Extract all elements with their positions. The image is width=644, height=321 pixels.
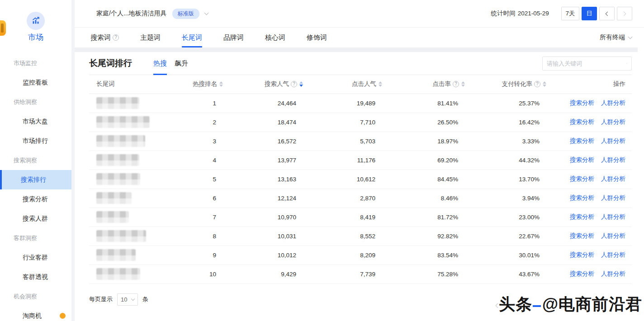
keyword-search-input[interactable] (547, 60, 626, 67)
sort-control[interactable] (543, 81, 546, 87)
action-audience-analysis[interactable]: 人群分析 (601, 251, 625, 259)
action-links: 搜索分析人群分析 (540, 194, 625, 202)
search-icon[interactable] (626, 60, 627, 67)
pay-conversion-cell: 23.00% (458, 208, 540, 227)
actions-cell: 搜索分析人群分析 (540, 132, 632, 151)
action-audience-analysis[interactable]: 人群分析 (601, 99, 625, 107)
per-page-value: 10 (121, 296, 127, 303)
search-popularity-cell: 18,474 (216, 113, 296, 132)
sidebar-item-market-ranking[interactable]: 市场排行 (0, 131, 71, 151)
action-links: 搜索分析人群分析 (540, 251, 625, 259)
click-popularity-cell: 7,739 (296, 264, 375, 283)
sort-asc-icon (299, 81, 303, 84)
sidebar-menu: 市场监控监控看板供给洞察市场大盘市场排行搜索洞察搜索排行搜索分析搜索人群客群洞察… (0, 53, 71, 321)
subtab-soaring[interactable]: 飙升 (175, 52, 188, 75)
help-icon[interactable]: ? (291, 81, 297, 87)
sidebar-item-customer-perspective[interactable]: 客群透视 (0, 267, 71, 287)
prev-date-button[interactable] (599, 7, 615, 20)
rank-cell: 9 (166, 245, 216, 264)
sort-control[interactable] (299, 81, 303, 87)
action-search-analysis[interactable]: 搜索分析 (570, 213, 594, 221)
menu-label: 行业客群 (23, 254, 48, 262)
tab-core-words[interactable]: 核心词 (265, 28, 285, 47)
sidebar-item-market-overview[interactable]: 市场大盘 (0, 112, 71, 131)
range-day-button[interactable]: 日 (582, 7, 597, 20)
click-rate-cell: 83.54% (375, 245, 458, 264)
sidebar-item-search-audience[interactable]: 搜索人群 (0, 209, 71, 228)
word-type-tabbar: 搜索词?主题词长尾词品牌词核心词修饰词 所有终端 (75, 28, 644, 47)
sidebar-item-monitor-dashboard[interactable]: 监控看板 (0, 73, 71, 92)
tab-modifier-words[interactable]: 修饰词 (307, 28, 327, 47)
menu-label: 市场大盘 (23, 118, 48, 126)
action-audience-analysis[interactable]: 人群分析 (601, 194, 625, 202)
click-rate-cell: 18.97% (375, 132, 458, 151)
action-search-analysis[interactable]: 搜索分析 (570, 251, 594, 259)
stat-date: 2021-05-29 (518, 10, 549, 17)
action-search-analysis[interactable]: 搜索分析 (570, 270, 594, 278)
action-search-analysis[interactable]: 搜索分析 (570, 232, 594, 240)
keyword-cell (89, 189, 166, 208)
action-audience-analysis[interactable]: 人群分析 (601, 232, 625, 240)
topbar: 家庭/个人...地板清洁用具 标准版 统计时间2021-05-29 7天日 (75, 0, 644, 28)
watermark-text-left: 头条 (499, 293, 532, 316)
action-audience-analysis[interactable]: 人群分析 (601, 118, 625, 126)
category-selector[interactable]: 家庭/个人...地板清洁用具 标准版 (96, 9, 208, 19)
table-row: 316,5725,70318.97%3.33%搜索分析人群分析 (89, 132, 632, 151)
pagination-prev-ghost[interactable]: ‹ (495, 299, 499, 311)
rank-cell: 4 (166, 151, 216, 170)
actions-cell: 搜索分析人群分析 (540, 227, 632, 245)
help-icon[interactable]: ? (453, 81, 459, 87)
sidebar-item-industry-customers[interactable]: 行业客群 (0, 248, 71, 267)
feedback-edge-tab[interactable] (0, 20, 6, 36)
tab-long-tail-words[interactable]: 长尾词 (182, 28, 202, 47)
subtab-hot-search[interactable]: 热搜 (153, 52, 167, 75)
range-7d-button[interactable]: 7天 (561, 7, 579, 20)
sidebar-item-search-analysis[interactable]: 搜索分析 (0, 189, 71, 209)
stat-time: 统计时间2021-05-29 (491, 9, 549, 18)
app-label[interactable]: 市场 (0, 32, 71, 42)
action-audience-analysis[interactable]: 人群分析 (601, 270, 625, 278)
table-row: 513,16310,61284.45%13.70%搜索分析人群分析 (89, 170, 632, 189)
tab-label: 修饰词 (307, 33, 327, 42)
sidebar-item-tao-opportunity[interactable]: 淘商机 (0, 306, 71, 321)
action-audience-analysis[interactable]: 人群分析 (601, 213, 625, 221)
per-page-label: 每页显示 (89, 295, 113, 303)
sidebar: 市场 市场监控监控看板供给洞察市场大盘市场排行搜索洞察搜索排行搜索分析搜索人群客… (0, 0, 71, 321)
menu-label: 市场监控 (14, 59, 37, 67)
help-icon[interactable]: ? (534, 81, 540, 87)
action-audience-analysis[interactable]: 人群分析 (601, 156, 625, 164)
help-icon[interactable]: ? (113, 34, 119, 41)
sort-control[interactable] (219, 81, 223, 87)
tab-search-words[interactable]: 搜索词? (90, 28, 119, 47)
table-header-row: 长尾词热搜排名搜索人气?点击人气点击率?支付转化率?操作 (89, 75, 632, 94)
next-date-button[interactable] (617, 7, 632, 20)
col-pay-conversion-rate: 支付转化率? (458, 75, 540, 94)
action-search-analysis[interactable]: 搜索分析 (570, 156, 594, 164)
long-tail-word-table: 长尾词热搜排名搜索人气?点击人气点击率?支付转化率?操作 124,46419,4… (89, 75, 632, 284)
sort-control[interactable] (379, 81, 382, 87)
keyword-cell (89, 208, 166, 227)
blurred-keyword (96, 230, 146, 242)
tab-theme-words[interactable]: 主题词 (140, 28, 161, 47)
action-audience-analysis[interactable]: 人群分析 (601, 175, 625, 183)
market-chart-icon[interactable] (27, 12, 45, 30)
col-click-rate: 点击率? (375, 75, 458, 94)
column-header: 长尾词 (96, 80, 115, 88)
action-search-analysis[interactable]: 搜索分析 (570, 118, 594, 126)
action-search-analysis[interactable]: 搜索分析 (570, 137, 594, 145)
table-row: 612,1242,8708.46%3.94%搜索分析人群分析 (89, 189, 632, 208)
tab-brand-words[interactable]: 品牌词 (223, 28, 244, 47)
sidebar-item-search-ranking[interactable]: 搜索排行 (0, 170, 71, 189)
sort-control[interactable] (461, 81, 465, 87)
terminal-filter[interactable]: 所有终端 (600, 28, 632, 47)
action-search-analysis[interactable]: 搜索分析 (570, 175, 594, 183)
per-page-select[interactable]: 10 (117, 293, 138, 306)
subtab-label: 飙升 (175, 59, 188, 68)
pay-conversion-cell: 16.42% (458, 113, 540, 132)
search-popularity-cell: 16,572 (216, 132, 296, 151)
menu-label: 供给洞察 (14, 98, 37, 106)
sidebar-group-supply-insight: 供给洞察 (0, 92, 71, 112)
action-search-analysis[interactable]: 搜索分析 (570, 194, 594, 202)
action-audience-analysis[interactable]: 人群分析 (601, 137, 625, 145)
action-search-analysis[interactable]: 搜索分析 (570, 99, 594, 107)
